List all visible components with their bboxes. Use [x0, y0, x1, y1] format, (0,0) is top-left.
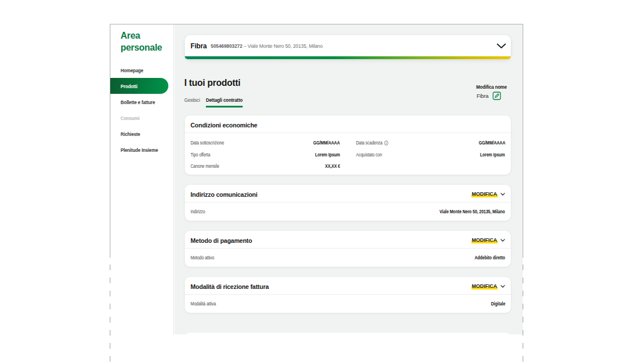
sidebar-item-richieste[interactable]: Richieste	[110, 126, 173, 142]
rename-label: Modifica nome	[476, 84, 507, 90]
sidebar-item-bollette-e-fatture[interactable]: Bollette e fatture	[110, 94, 173, 110]
panel-border-right-dashed	[523, 264, 523, 364]
chevron-down-icon	[500, 239, 505, 242]
modify-button[interactable]: MODIFICA	[471, 237, 506, 243]
chevron-down-icon[interactable]	[497, 43, 506, 49]
detail-value: XX,XX €	[325, 163, 340, 169]
card-title: Condizioni economiche	[191, 121, 257, 129]
info-icon[interactable]	[384, 140, 388, 146]
detail-label: Canone mensile	[191, 163, 219, 169]
sidebar-item-plenitude-insieme[interactable]: Plenitude Insieme	[110, 142, 173, 158]
detail-value: Digitale	[491, 301, 505, 307]
tabs: GestisciDettagli contratto	[184, 97, 510, 107]
detail-label: Data scadenza	[356, 140, 388, 146]
detail-row: Metodo attivoAddebito diretto	[191, 252, 505, 263]
detail-row: Modalità attivaDigitale	[191, 298, 505, 309]
sidebar-menu: HomepageProdottiBollette e fattureConsum…	[110, 62, 173, 158]
sidebar-item-consumi[interactable]: Consumi	[110, 110, 173, 126]
rename-value: Fibra	[477, 93, 489, 99]
card-title: Indirizzo comunicazioni	[191, 191, 258, 198]
card-metodo-di-pagamento: Metodo di pagamentoMODIFICAMetodo attivo…	[185, 231, 511, 267]
detail-label: Metodo attivo	[191, 255, 214, 260]
detail-row: Tipo offertaLorem Ipsum	[191, 149, 340, 161]
modify-label: MODIFICA	[471, 283, 498, 289]
detail-label: Tipo offerta	[191, 152, 210, 158]
modify-button[interactable]: MODIFICA	[471, 191, 506, 197]
rename-block: Modifica nome Fibra	[472, 84, 507, 100]
card-modalit-di-ricezione-fattura: Modalità di ricezione fatturaMODIFICAMod…	[185, 277, 511, 313]
detail-value: GG/MM/AAAA	[478, 140, 505, 146]
detail-value: Lorem Ipsum	[315, 152, 340, 158]
card-title: Metodo di pagamento	[191, 237, 252, 245]
card-title: Modalità di ricezione fattura	[191, 283, 269, 291]
main-content: Fibra 505469803272 – Viale Monte Nero 50…	[175, 24, 523, 334]
product-selector-detail: 505469803272 – Viale Monte Nero 50, 2013…	[211, 43, 323, 49]
product-selector-name: Fibra	[191, 42, 207, 50]
detail-label: Data sottoscrizione	[191, 140, 224, 146]
detail-row: Data sottoscrizioneGG/MM/AAAA	[191, 137, 340, 149]
sidebar-item-prodotti[interactable]: Prodotti	[110, 78, 168, 94]
detail-row: IndirizzoViale Monte Nero 50, 20135, Mil…	[191, 206, 505, 217]
detail-value: Lorem Ipsum	[480, 152, 505, 158]
card-indirizzo-comunicazioni: Indirizzo comunicazioniMODIFICAIndirizzo…	[185, 185, 511, 221]
edit-icon[interactable]	[493, 92, 501, 100]
product-selector[interactable]: Fibra 505469803272 – Viale Monte Nero 50…	[185, 35, 511, 59]
chevron-down-icon	[500, 193, 505, 196]
detail-row: Acquistato conLorem Ipsum	[356, 149, 506, 161]
sidebar-title: Area personale	[121, 30, 169, 53]
detail-label: Indirizzo	[191, 209, 205, 214]
card-partial	[185, 333, 511, 335]
sidebar: Area personale HomepageProdottiBollette …	[110, 24, 174, 334]
detail-value: Viale Monte Nero 50, 20135, Milano	[440, 209, 505, 214]
page-title: I tuoi prodotti	[184, 78, 241, 88]
card-condizioni-economiche: Condizioni economicheData sottoscrizione…	[185, 115, 511, 175]
panel-border-right	[523, 24, 523, 258]
detail-label: Modalità attiva	[191, 301, 216, 307]
detail-row: Data scadenzaGG/MM/AAAA	[356, 137, 506, 149]
modify-button[interactable]: MODIFICA	[471, 283, 506, 289]
chevron-down-icon	[500, 285, 505, 288]
sidebar-item-homepage[interactable]: Homepage	[110, 62, 173, 78]
modify-label: MODIFICA	[471, 237, 498, 243]
detail-value: Addebito diretto	[474, 255, 505, 260]
detail-label: Acquistato con	[356, 152, 382, 158]
tab-gestisci[interactable]: Gestisci	[184, 97, 200, 107]
detail-row: Canone mensileXX,XX €	[191, 160, 340, 172]
detail-value: GG/MM/AAAA	[313, 140, 340, 146]
modify-label: MODIFICA	[471, 191, 498, 197]
tab-dettagli-contratto[interactable]: Dettagli contratto	[206, 97, 243, 107]
